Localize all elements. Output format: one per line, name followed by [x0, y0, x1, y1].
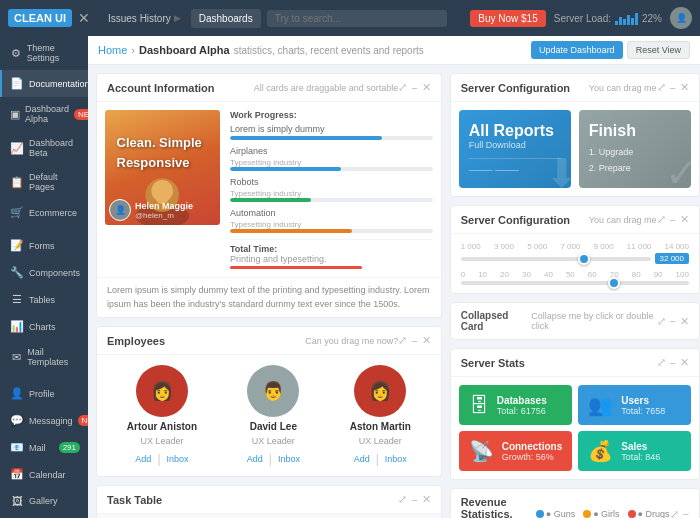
sidebar-item-components[interactable]: 🔧 Components	[0, 259, 88, 286]
content-area: Home › Dashboard Alpha statistics, chart…	[88, 36, 700, 518]
slider-config-body: 1 000 3 000 5 000 7 000 9 000 11 000 14 …	[451, 234, 699, 293]
col-num: #	[97, 514, 131, 518]
reset-view-button[interactable]: Reset View	[627, 41, 690, 59]
tab-dashboards[interactable]: Dashboards	[191, 9, 261, 28]
slider1-input[interactable]	[461, 257, 651, 261]
breadcrumb-home[interactable]: Home	[98, 44, 127, 56]
sidebar-item-charts[interactable]: 📊 Charts	[0, 313, 88, 340]
close-icon[interactable]: ✕	[78, 10, 90, 26]
collapsed-close-button[interactable]: ✕	[680, 315, 689, 328]
server-config-subtitle: You can drag me	[589, 83, 657, 93]
employee-inbox-button[interactable]: Inbox	[385, 452, 407, 466]
collapsed-collapse-button[interactable]: −	[670, 315, 676, 328]
account-card-actions: ⤢ − ✕	[398, 81, 430, 94]
slider-config-expand-button[interactable]: ⤢	[657, 213, 666, 226]
sidebar-item-mail-templates[interactable]: ✉ Mail Templates	[0, 340, 88, 374]
server-stats-expand-button[interactable]: ⤢	[657, 356, 666, 369]
server-stats-collapse-button[interactable]: −	[670, 356, 676, 369]
sidebar-item-dashboard-beta[interactable]: 📈 Dashboard Beta	[0, 131, 88, 165]
revenue-chart-header: Revenue Statistics, Billions ● Guns ● Gi…	[451, 489, 699, 518]
server-stats-close-button[interactable]: ✕	[680, 356, 689, 369]
employee-add-button[interactable]: Add	[354, 452, 370, 466]
server-config-body: All Reports Full Download ⬇ ——— ——— Fini…	[451, 102, 699, 196]
sidebar-item-layout[interactable]: ⊞ Layout	[0, 514, 88, 518]
employee-name: David Lee	[250, 421, 297, 432]
employees-expand-button[interactable]: ⤢	[398, 334, 407, 347]
task-close-button[interactable]: ✕	[422, 493, 431, 506]
update-dashboard-button[interactable]: Update Dashboard	[531, 41, 623, 59]
sidebar-item-dashboard-alpha[interactable]: ▣ Dashboard Alpha NEW	[0, 97, 88, 131]
sidebar-item-tables[interactable]: ☰ Tables	[0, 286, 88, 313]
stat-users-total: Total: 7658	[621, 406, 665, 416]
stat-connections-info: Connections Growth: 56%	[502, 441, 563, 462]
sidebar-item-profile[interactable]: 👤 Profile	[0, 380, 88, 407]
task-table-actions: ⤢ − ✕	[398, 493, 430, 506]
account-card-subtitle: All cards are draggable and sortable	[254, 83, 399, 93]
server-config-close-button[interactable]: ✕	[680, 81, 689, 94]
slider1-row: 32 000	[461, 253, 689, 264]
employee-item: 👩 Aston Martin UX Leader Add | Inbox	[350, 365, 411, 466]
sidebar-item-gallery[interactable]: 🖼 Gallery	[0, 488, 88, 514]
collapsed-card-header[interactable]: Collapsed Card Collapse me by click or d…	[451, 303, 699, 339]
revenue-chart-collapse-button[interactable]: −	[683, 508, 689, 518]
sidebar-item-ecommerce[interactable]: 🛒 Ecommerce	[0, 199, 88, 226]
employee-inbox-button[interactable]: Inbox	[167, 452, 189, 466]
account-card-collapse-button[interactable]: −	[411, 81, 417, 94]
tab-arrow-icon: ▶	[174, 13, 181, 23]
connections-icon: 📡	[469, 439, 494, 463]
account-card-close-button[interactable]: ✕	[422, 81, 431, 94]
task-collapse-button[interactable]: −	[411, 493, 417, 506]
revenue-chart-expand-button[interactable]: ⤢	[670, 508, 679, 518]
slider2-input[interactable]	[461, 281, 689, 285]
sidebar-item-default-pages[interactable]: 📋 Default Pages	[0, 165, 88, 199]
stat-sales-info: Sales Total: 846	[621, 441, 660, 462]
stat-databases-total: Total: 61756	[497, 406, 547, 416]
account-progress-section: Work Progress: Lorem is simply dummy Air…	[230, 110, 433, 269]
account-card-title: Account Information	[107, 82, 254, 94]
slider-config-collapse-button[interactable]: −	[670, 213, 676, 226]
server-config-slider-subtitle: You can drag me	[589, 215, 657, 225]
employee-add-button[interactable]: Add	[247, 452, 263, 466]
account-card-body: Clean. SimpleResponsive 👤	[97, 102, 441, 277]
sales-icon: 💰	[588, 439, 613, 463]
buy-now-button[interactable]: Buy Now $15	[470, 10, 545, 27]
new-badge: NEW	[74, 109, 88, 120]
employee-role: UX Leader	[359, 436, 402, 446]
toolbar-actions: Update Dashboard Reset View	[531, 41, 690, 59]
search-input[interactable]	[267, 10, 447, 27]
components-icon: 🔧	[10, 266, 24, 279]
server-config-slider-title: Server Configuration	[461, 214, 585, 226]
server-config-slider-card: Server Configuration You can drag me ⤢ −…	[450, 205, 700, 294]
sidebar-item-theme-settings[interactable]: ⚙ Theme Settings	[0, 36, 88, 70]
task-expand-button[interactable]: ⤢	[398, 493, 407, 506]
avatar[interactable]: 👤	[670, 7, 692, 29]
employees-close-button[interactable]: ✕	[422, 334, 431, 347]
dashboard-icon: ▣	[10, 108, 20, 121]
account-card-expand-button[interactable]: ⤢	[398, 81, 407, 94]
server-config-expand-button[interactable]: ⤢	[657, 81, 666, 94]
sidebar-item-documentation[interactable]: 📄 Documentation	[0, 70, 88, 97]
progress-bar-1	[230, 136, 433, 140]
sidebar-item-forms[interactable]: 📝 Forms	[0, 232, 88, 259]
breadcrumb: Home › Dashboard Alpha statistics, chart…	[98, 44, 531, 56]
mail2-icon: 📧	[10, 441, 24, 454]
sidebar-item-calendar[interactable]: 📅 Calendar	[0, 461, 88, 488]
slider-config-close-button[interactable]: ✕	[680, 213, 689, 226]
server-config-collapse-button[interactable]: −	[670, 81, 676, 94]
employee-avatar: 👨	[247, 365, 299, 417]
collapsed-expand-button[interactable]: ⤢	[657, 315, 666, 328]
col-actions	[371, 514, 440, 518]
progress-fill-1	[230, 136, 382, 140]
employee-add-button[interactable]: Add	[135, 452, 151, 466]
employee-inbox-button[interactable]: Inbox	[278, 452, 300, 466]
breadcrumb-toolbar: Home › Dashboard Alpha statistics, chart…	[88, 36, 700, 65]
server-stats-title: Server Stats	[461, 357, 657, 369]
charts-icon: 📊	[10, 320, 24, 333]
tab-issues-history[interactable]: Issues History ▶	[100, 9, 189, 28]
sidebar-item-mail[interactable]: 📧 Mail 291	[0, 434, 88, 461]
sidebar-item-messaging[interactable]: 💬 Messaging NEW	[0, 407, 88, 434]
avatar-img: 👤	[109, 199, 131, 221]
employees-collapse-button[interactable]: −	[411, 334, 417, 347]
col-levels: Levels	[308, 514, 371, 518]
legend-girls: ● Girls	[583, 509, 619, 518]
